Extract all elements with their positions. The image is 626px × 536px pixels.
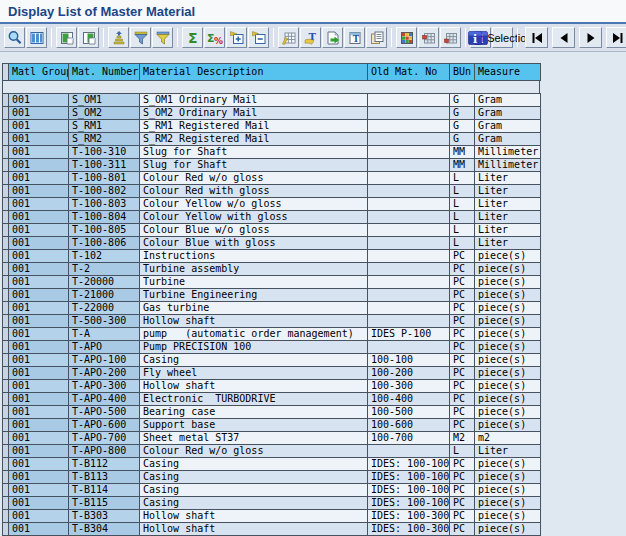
- cell-mat-number[interactable]: S_OM1: [69, 94, 140, 107]
- cell-old-mat-no[interactable]: [368, 198, 450, 211]
- cell-measure[interactable]: piece(s): [475, 471, 541, 484]
- cell-description[interactable]: Colour Red w/o gloss: [140, 172, 368, 185]
- cell-old-mat-no[interactable]: [368, 107, 450, 120]
- cell-matl-group[interactable]: 001: [9, 484, 69, 497]
- cell-mat-number[interactable]: T-B115: [69, 497, 140, 510]
- cell-matl-group[interactable]: 001: [9, 471, 69, 484]
- cell-matl-group[interactable]: 001: [9, 419, 69, 432]
- cell-matl-group[interactable]: 001: [9, 224, 69, 237]
- cell-old-mat-no[interactable]: [368, 315, 450, 328]
- cell-matl-group[interactable]: 001: [9, 276, 69, 289]
- cell-matl-group[interactable]: 001: [9, 263, 69, 276]
- cell-bun[interactable]: MM: [450, 146, 475, 159]
- cell-mat-number[interactable]: T-500-300: [69, 315, 140, 328]
- cell-matl-group[interactable]: 001: [9, 510, 69, 523]
- col-header-matl-group[interactable]: Matl Group: [9, 64, 69, 81]
- cell-description[interactable]: S_OM1 Ordinary Mail: [140, 94, 368, 107]
- cell-matl-group[interactable]: 001: [9, 367, 69, 380]
- cell-description[interactable]: Sheet metal ST37: [140, 432, 368, 445]
- cell-old-mat-no[interactable]: [368, 341, 450, 354]
- cell-old-mat-no[interactable]: 100-600: [368, 419, 450, 432]
- expand-button[interactable]: [226, 27, 247, 48]
- cell-measure[interactable]: Millimeter: [475, 146, 541, 159]
- cell-description[interactable]: Hollow shaft: [140, 523, 368, 536]
- cell-mat-number[interactable]: T-A: [69, 328, 140, 341]
- cell-bun[interactable]: PC: [450, 276, 475, 289]
- cell-mat-number[interactable]: T-APO-100: [69, 354, 140, 367]
- cell-old-mat-no[interactable]: [368, 185, 450, 198]
- cell-old-mat-no[interactable]: IDES: 100-300: [368, 510, 450, 523]
- cell-bun[interactable]: PC: [450, 497, 475, 510]
- cell-bun[interactable]: PC: [450, 250, 475, 263]
- col-header-material-description[interactable]: Material Description: [140, 64, 368, 81]
- cell-measure[interactable]: piece(s): [475, 341, 541, 354]
- cell-description[interactable]: Casing: [140, 458, 368, 471]
- cell-mat-number[interactable]: T-B112: [69, 458, 140, 471]
- cell-matl-group[interactable]: 001: [9, 211, 69, 224]
- cell-description[interactable]: Support base: [140, 419, 368, 432]
- cell-measure[interactable]: piece(s): [475, 302, 541, 315]
- cell-description[interactable]: Hollow shaft: [140, 510, 368, 523]
- cell-description[interactable]: Colour Red w/o gloss: [140, 445, 368, 458]
- cell-measure[interactable]: Liter: [475, 185, 541, 198]
- cell-measure[interactable]: Gram: [475, 133, 541, 146]
- cell-matl-group[interactable]: 001: [9, 185, 69, 198]
- cell-old-mat-no[interactable]: [368, 146, 450, 159]
- cell-measure[interactable]: Liter: [475, 172, 541, 185]
- cell-mat-number[interactable]: T-100-310: [69, 146, 140, 159]
- cell-matl-group[interactable]: 001: [9, 172, 69, 185]
- cell-description[interactable]: Turbine Engineering: [140, 289, 368, 302]
- cell-description[interactable]: Colour Blue w/o gloss: [140, 224, 368, 237]
- cell-bun[interactable]: PC: [450, 484, 475, 497]
- cell-bun[interactable]: PC: [450, 380, 475, 393]
- cell-matl-group[interactable]: 001: [9, 146, 69, 159]
- cell-measure[interactable]: piece(s): [475, 419, 541, 432]
- cell-old-mat-no[interactable]: IDES: 100-100: [368, 497, 450, 510]
- cell-mat-number[interactable]: T-100-311: [69, 159, 140, 172]
- cell-measure[interactable]: piece(s): [475, 497, 541, 510]
- cell-bun[interactable]: PC: [450, 406, 475, 419]
- cell-bun[interactable]: PC: [450, 523, 475, 536]
- cell-description[interactable]: Turbine: [140, 276, 368, 289]
- cell-old-mat-no[interactable]: 100-700: [368, 432, 450, 445]
- copy-list-button[interactable]: [56, 27, 77, 48]
- cell-measure[interactable]: piece(s): [475, 458, 541, 471]
- cell-bun[interactable]: L: [450, 237, 475, 250]
- cell-old-mat-no[interactable]: [368, 172, 450, 185]
- cell-bun[interactable]: PC: [450, 328, 475, 341]
- cell-description[interactable]: Colour Yellow with gloss: [140, 211, 368, 224]
- cell-mat-number[interactable]: T-APO: [69, 341, 140, 354]
- cell-description[interactable]: S_RM1 Registered Mail: [140, 120, 368, 133]
- cell-old-mat-no[interactable]: IDES: 100-100: [368, 458, 450, 471]
- cell-old-mat-no[interactable]: [368, 445, 450, 458]
- cell-measure[interactable]: piece(s): [475, 406, 541, 419]
- cell-mat-number[interactable]: T-20000: [69, 276, 140, 289]
- cell-measure[interactable]: piece(s): [475, 393, 541, 406]
- cell-old-mat-no[interactable]: IDES: 100-300: [368, 523, 450, 536]
- cell-bun[interactable]: PC: [450, 263, 475, 276]
- cell-bun[interactable]: L: [450, 445, 475, 458]
- cell-description[interactable]: Colour Blue with gloss: [140, 237, 368, 250]
- cell-bun[interactable]: L: [450, 211, 475, 224]
- col-header-measure[interactable]: Measure: [475, 64, 541, 81]
- collapse-button[interactable]: [248, 27, 269, 48]
- cell-description[interactable]: Colour Red with gloss: [140, 185, 368, 198]
- set-filter-button[interactable]: [152, 27, 173, 48]
- cell-old-mat-no[interactable]: IDES: 100-100: [368, 484, 450, 497]
- cell-measure[interactable]: piece(s): [475, 523, 541, 536]
- cell-mat-number[interactable]: T-APO-400: [69, 393, 140, 406]
- cell-bun[interactable]: G: [450, 120, 475, 133]
- cell-measure[interactable]: Gram: [475, 120, 541, 133]
- cell-mat-number[interactable]: T-102: [69, 250, 140, 263]
- cell-measure[interactable]: piece(s): [475, 380, 541, 393]
- cell-description[interactable]: Turbine assembly: [140, 263, 368, 276]
- total-button[interactable]: Σ: [182, 27, 203, 48]
- cell-matl-group[interactable]: 001: [9, 432, 69, 445]
- cell-mat-number[interactable]: T-B113: [69, 471, 140, 484]
- fix-columns-button[interactable]: [418, 27, 439, 48]
- cell-old-mat-no[interactable]: [368, 94, 450, 107]
- cell-bun[interactable]: PC: [450, 354, 475, 367]
- cell-description[interactable]: Casing: [140, 471, 368, 484]
- cell-bun[interactable]: PC: [450, 341, 475, 354]
- cell-mat-number[interactable]: T-100-802: [69, 185, 140, 198]
